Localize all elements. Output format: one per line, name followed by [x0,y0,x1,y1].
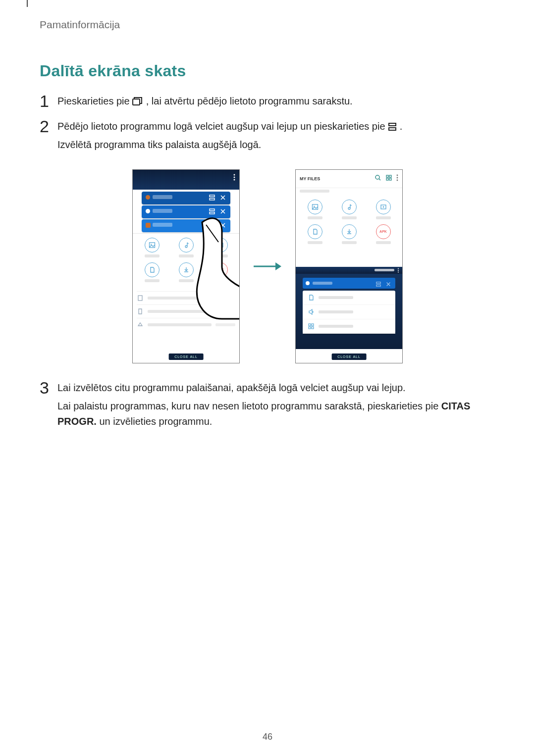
sdcard-icon [137,308,144,315]
svg-rect-11 [210,226,214,228]
svg-rect-38 [309,327,311,329]
sound-icon [308,308,315,315]
page-number: 46 [0,732,535,742]
phone-right: MY FILES APK CLOSE ALL [295,169,403,363]
svg-line-19 [379,179,380,180]
svg-rect-37 [312,324,314,326]
notifications-icon [308,323,315,330]
svg-rect-35 [376,285,381,286]
svg-rect-9 [210,212,214,214]
subheader-label [300,190,329,193]
svg-point-18 [375,175,379,179]
close-all-button: CLOSE ALL [331,353,367,360]
audio-icon [179,238,194,252]
recents-icon [132,97,143,106]
step-3: 3 Lai izvēlētos citu programmu palaišana… [40,380,495,432]
svg-point-24 [397,174,398,176]
close-icon [385,280,391,286]
grid-view-icon [385,174,392,183]
running-header: Pamatinformācija [40,19,120,31]
svg-rect-39 [312,327,314,329]
files-panel: APK [133,233,239,363]
svg-point-13 [151,244,152,245]
steps-list: 1 Pieskarieties pie , lai atvērtu pēdējo… [40,94,495,155]
svg-rect-2 [389,128,396,130]
svg-rect-21 [389,175,391,177]
download-icon [179,262,194,277]
document-icon [145,262,160,277]
app-icon [146,209,150,213]
step-number: 3 [40,379,57,396]
svg-rect-16 [138,296,142,301]
svg-point-29 [348,207,350,209]
close-icon [219,194,226,201]
close-icon [219,208,226,215]
step-text: Izvēlētā programma tiks palaista augšējā… [57,137,495,152]
svg-rect-6 [210,195,214,197]
video-icon [213,238,228,252]
images-icon [308,200,322,214]
svg-point-25 [397,177,398,178]
splitscreen-icon [209,222,215,229]
step-text: Pieskarieties pie [57,96,132,106]
device-storage-icon [137,295,144,302]
search-icon [374,174,381,183]
close-icon [219,222,226,229]
app-label [153,223,172,227]
step-text: Lai palaistu programmas, kuru nav nesen … [57,401,441,411]
step-number: 2 [40,118,57,135]
app-label [153,209,172,213]
step-text: Lai izvēlētos citu programmu palaišanai,… [57,380,495,396]
split-divider [296,267,402,274]
svg-rect-20 [386,175,388,177]
more-icon [233,174,235,183]
more-apps-label [374,269,394,271]
file-type-grid: APK [296,197,402,244]
step-2: 2 Pēdējo lietoto programmu logā velciet … [40,119,495,155]
steps-list-cont: 3 Lai izvēlētos citu programmu palaišana… [40,380,495,432]
step-body: Pieskarieties pie , lai atvērtu pēdējo l… [57,94,495,112]
close-all-button: CLOSE ALL [168,353,204,360]
download-icon [342,224,357,239]
splitscreen-icon [388,122,397,131]
settings-preview [303,291,395,334]
svg-rect-10 [210,223,214,225]
images-icon [145,238,160,252]
app-icon [306,281,310,285]
splitscreen-icon [209,208,215,215]
svg-point-33 [398,271,399,272]
step-text: Pēdējo lietoto programmu logā velciet au… [57,121,388,132]
step-text: . [400,121,403,132]
audio-icon [342,200,357,214]
splitscreen-icon [375,280,381,286]
app-icon [146,223,151,228]
more-icon [396,174,398,183]
recents-card [142,205,230,218]
app-header: MY FILES [296,170,402,188]
svg-rect-1 [389,123,396,126]
svg-point-32 [398,270,399,271]
svg-point-5 [234,179,235,180]
app-label [153,195,172,199]
app-title: MY FILES [300,176,320,181]
phone-left: APK CLOSE ALL [132,169,240,363]
apk-icon: APK [376,224,391,239]
step-text: , lai atvērtu pēdējo lietoto programmu s… [146,96,353,106]
splitscreen-icon [209,194,215,201]
svg-rect-36 [309,324,311,326]
recents-card [303,278,395,289]
svg-point-26 [397,179,398,181]
arrow-right-icon [253,260,282,272]
svg-point-31 [398,268,399,269]
app-label [313,282,332,285]
svg-point-3 [234,174,235,175]
app-icon [146,195,150,200]
step-body: Lai izvēlētos citu programmu palaišanai,… [57,380,495,432]
recents-card [142,192,230,204]
cloud-icon [137,321,144,328]
video-icon [376,200,391,214]
connections-icon [308,294,315,301]
apk-icon: APK [213,262,228,277]
step-text: un izvēlieties programmu. [99,416,212,427]
figure: APK CLOSE ALL MY FILES APK [40,169,495,363]
